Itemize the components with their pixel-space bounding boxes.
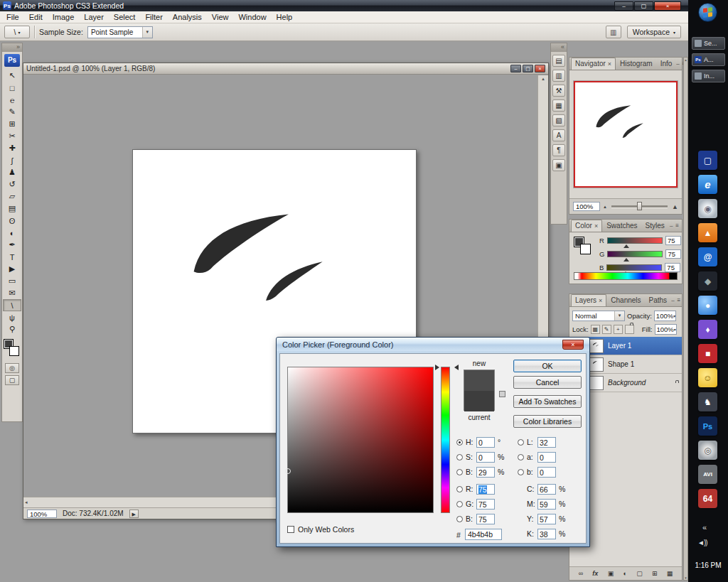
h-field[interactable]: 0: [476, 437, 495, 448]
b-field[interactable]: 29: [476, 467, 495, 478]
bridge-icon[interactable]: ▥: [606, 26, 621, 38]
tool-brush[interactable]: ʃ: [3, 154, 21, 166]
tool-clone-stamp[interactable]: ♟: [3, 166, 21, 178]
color-field-marker[interactable]: [285, 468, 291, 474]
layer-name[interactable]: Shape 1: [608, 360, 634, 368]
collapsed-panel-a[interactable]: Ps A...: [692, 53, 725, 66]
layer-name[interactable]: Layer 1: [608, 342, 631, 350]
menu-edit[interactable]: Edit: [24, 12, 48, 22]
dock-grip[interactable]: «: [551, 43, 567, 52]
panel-minimize-icon[interactable]: –: [670, 222, 673, 229]
layer-thumbnail[interactable]: [589, 376, 604, 390]
layer-name[interactable]: Background: [608, 379, 646, 387]
workspace-button[interactable]: Workspace ▾: [627, 26, 681, 38]
bb-field[interactable]: 0: [537, 467, 556, 478]
dock-scrollbar[interactable]: ▴ ▾: [683, 57, 688, 581]
volume-icon[interactable]: ◄)): [697, 539, 707, 546]
panel-background-swatch[interactable]: [580, 244, 591, 254]
color-libraries-button[interactable]: Color Libraries: [513, 415, 582, 428]
game-app-icon[interactable]: ♞: [698, 392, 717, 411]
panel-menu-icon[interactable]: ≡: [675, 222, 679, 229]
tab-close-icon[interactable]: ×: [599, 297, 602, 304]
tool-lasso[interactable]: ℮: [3, 94, 21, 106]
h-radio[interactable]: [456, 439, 463, 446]
tab-info[interactable]: Info: [657, 58, 676, 70]
panel-minimize-icon[interactable]: –: [676, 60, 679, 67]
blue-orb-app-icon[interactable]: ●: [698, 296, 717, 315]
quick-mask-button[interactable]: ◎: [5, 363, 19, 373]
navigator-proxy-view[interactable]: [574, 81, 678, 188]
tab-layers[interactable]: Layers ×: [571, 294, 606, 306]
doc-close-button[interactable]: ×: [535, 65, 545, 72]
tab-paths[interactable]: Paths: [646, 295, 671, 306]
tab-swatches[interactable]: Swatches: [603, 220, 641, 232]
tool-presets-panel-icon[interactable]: ⚒: [552, 85, 565, 97]
scroll-up-icon[interactable]: ▴: [685, 58, 687, 62]
brushes-panel-icon[interactable]: ▦: [552, 99, 565, 112]
red-value-field[interactable]: 75: [665, 236, 681, 245]
tool-gradient[interactable]: ▤: [3, 203, 21, 215]
windows-start-orb[interactable]: [698, 3, 717, 22]
blue-slider[interactable]: [606, 264, 662, 271]
menu-select[interactable]: Select: [109, 12, 141, 22]
y-field[interactable]: 57: [537, 514, 556, 524]
toolbox-grip[interactable]: »: [2, 43, 22, 52]
layer-mask-icon[interactable]: ▣: [608, 570, 614, 577]
tool-eyedropper[interactable]: \: [3, 299, 21, 311]
dialog-close-button[interactable]: ×: [562, 340, 584, 350]
menu-layer[interactable]: Layer: [79, 12, 109, 22]
m-field[interactable]: 59: [537, 499, 556, 510]
vlc-player-icon[interactable]: ▲: [698, 223, 717, 242]
collapsed-panel-in[interactable]: In...: [692, 70, 725, 82]
navigator-zoom-field[interactable]: 100%: [573, 202, 600, 211]
b2-radio[interactable]: [456, 516, 463, 522]
blend-mode-dropdown[interactable]: Normal ▾: [572, 311, 625, 321]
photoshop-app-icon[interactable]: Ps: [698, 416, 717, 436]
s-field[interactable]: 0: [476, 452, 495, 463]
b-radio[interactable]: [456, 469, 463, 475]
slider-handle[interactable]: [637, 202, 642, 210]
maximize-button[interactable]: ▢: [634, 1, 653, 11]
tool-blur[interactable]: ʘ: [3, 215, 21, 227]
collapsed-panel-se[interactable]: Se...: [692, 37, 725, 50]
tool-eraser[interactable]: ▱: [3, 190, 21, 203]
opacity-field[interactable]: 100% ▾: [654, 311, 676, 321]
hex-field[interactable]: 4b4b4b: [465, 529, 502, 540]
red-app-icon[interactable]: ■: [698, 344, 717, 363]
r-radio[interactable]: [456, 486, 463, 492]
tool-notes[interactable]: ✉: [3, 287, 21, 299]
tool-type[interactable]: T: [3, 251, 21, 263]
tool-rectangular-marquee[interactable]: □: [3, 82, 21, 94]
windows-app-icon[interactable]: ▢: [698, 151, 717, 170]
navigator-thumbnail[interactable]: [573, 80, 678, 188]
menu-image[interactable]: Image: [48, 12, 80, 22]
lock-all-icon[interactable]: [625, 325, 634, 334]
clone-source-panel-icon[interactable]: ▧: [552, 114, 565, 126]
layer-thumbnail[interactable]: [589, 339, 604, 353]
minimize-button[interactable]: –: [614, 1, 633, 11]
lock-position-icon[interactable]: +: [614, 325, 623, 334]
l-field[interactable]: 32: [537, 437, 556, 448]
menu-view[interactable]: View: [207, 12, 234, 22]
menu-file[interactable]: File: [1, 12, 24, 22]
layer-comps-panel-icon[interactable]: ▣: [552, 159, 565, 171]
delete-layer-icon[interactable]: ▦: [667, 570, 673, 577]
web-safe-cube-icon[interactable]: [499, 391, 505, 397]
scroll-left-icon[interactable]: ◂: [25, 500, 28, 505]
sample-size-dropdown[interactable]: Point Sample ▾: [87, 26, 153, 38]
doc-maximize-button[interactable]: ▢: [523, 65, 533, 72]
screen-mode-button[interactable]: ▢: [5, 375, 19, 385]
g-radio[interactable]: [456, 501, 463, 507]
status-menu-button[interactable]: ▶: [129, 510, 139, 518]
pj64-emulator-icon[interactable]: 64: [698, 489, 717, 508]
history-panel-icon[interactable]: ▤: [552, 55, 565, 67]
k-field[interactable]: 38: [537, 529, 556, 539]
tool-slice[interactable]: ✂: [3, 130, 21, 142]
tool-zoom[interactable]: ⚲: [3, 323, 21, 335]
dialog-titlebar[interactable]: Color Picker (Foreground Color) ×: [277, 338, 589, 351]
hue-slider-arrow-right[interactable]: [451, 365, 459, 370]
tab-histogram[interactable]: Histogram: [616, 58, 656, 70]
layer-group-icon[interactable]: ▢: [636, 570, 643, 577]
media-app-icon[interactable]: ♦: [698, 320, 717, 339]
color-spectrum-ramp[interactable]: [574, 272, 678, 280]
